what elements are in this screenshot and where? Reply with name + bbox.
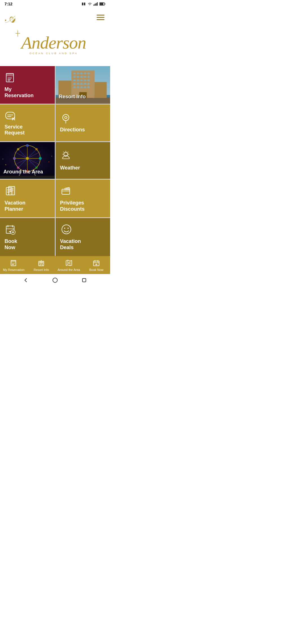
svg-point-114 bbox=[67, 228, 69, 229]
recents-button[interactable] bbox=[81, 277, 87, 283]
bottom-calendar-plus-icon bbox=[92, 259, 100, 267]
home-button[interactable] bbox=[52, 277, 58, 283]
signal-icon bbox=[93, 2, 98, 6]
svg-rect-116 bbox=[11, 260, 16, 262]
svg-text:Anderson: Anderson bbox=[20, 33, 86, 52]
tile-my-reservation[interactable]: MyReservation bbox=[0, 66, 55, 104]
svg-rect-122 bbox=[40, 262, 41, 263]
status-time: 7:12 bbox=[5, 2, 12, 6]
tile-book-now[interactable]: BookNow bbox=[0, 218, 55, 256]
svg-rect-15 bbox=[6, 73, 14, 76]
hamburger-line-3 bbox=[97, 19, 104, 20]
svg-point-127 bbox=[68, 262, 69, 264]
battery-icon bbox=[99, 2, 106, 6]
bottom-nav-resort-label: Resort Info bbox=[34, 268, 49, 272]
tile-vacation-deals[interactable]: VacationDeals bbox=[56, 218, 110, 256]
tile-book-now-label: BookNow bbox=[5, 238, 17, 251]
back-button[interactable] bbox=[23, 277, 29, 283]
svg-point-113 bbox=[64, 228, 65, 229]
bottom-reservation-icon bbox=[10, 259, 18, 267]
bottom-nav: My Reservation Resort Info Around the Ar… bbox=[0, 256, 110, 274]
weather-icon bbox=[60, 150, 73, 162]
svg-point-57 bbox=[63, 114, 69, 121]
vacation-planner-icon bbox=[5, 185, 17, 197]
svg-rect-121 bbox=[40, 264, 42, 266]
tile-grid: MyReservation bbox=[0, 66, 110, 256]
hamburger-line-2 bbox=[97, 17, 104, 18]
svg-rect-7 bbox=[100, 3, 103, 5]
bottom-map-icon bbox=[65, 259, 73, 267]
tile-service-request-label: ServiceRequest bbox=[5, 124, 25, 136]
tile-weather-label: Weather bbox=[60, 165, 80, 171]
tile-directions[interactable]: Directions bbox=[56, 105, 110, 141]
bottom-nav-area-label: Around the Area bbox=[58, 268, 80, 272]
book-now-icon bbox=[5, 223, 17, 236]
hamburger-line-1 bbox=[97, 15, 104, 16]
svg-rect-53 bbox=[6, 112, 15, 119]
tile-around-area[interactable]: Around the Area bbox=[0, 142, 55, 179]
bottom-nav-resort-info[interactable]: Resort Info bbox=[28, 256, 55, 274]
bottom-nav-book-label: Book Now bbox=[89, 268, 103, 272]
status-icons bbox=[82, 2, 106, 6]
svg-rect-5 bbox=[97, 2, 98, 6]
tile-resort-info[interactable]: Resort Info bbox=[56, 66, 110, 104]
svg-point-134 bbox=[53, 278, 57, 282]
anderson-logo-svg: Anderson OCEAN CLUB AND SPA bbox=[10, 28, 100, 59]
bottom-building-icon bbox=[37, 259, 45, 267]
svg-rect-4 bbox=[96, 3, 97, 6]
sim-icon bbox=[82, 2, 86, 6]
bottom-nav-book-now[interactable]: Book Now bbox=[83, 256, 110, 274]
svg-rect-1 bbox=[84, 3, 85, 5]
android-nav bbox=[0, 274, 110, 285]
svg-rect-119 bbox=[39, 261, 44, 266]
wifi-icon bbox=[88, 2, 92, 6]
brand-logo: Anderson OCEAN CLUB AND SPA bbox=[6, 28, 104, 60]
svg-text:𝒜: 𝒜 bbox=[5, 10, 15, 24]
svg-rect-2 bbox=[93, 5, 94, 6]
tile-vacation-deals-label: VacationDeals bbox=[60, 238, 81, 251]
bottom-nav-reservation-label: My Reservation bbox=[3, 268, 25, 272]
header: 𝒜 bbox=[0, 8, 110, 25]
privileges-icon bbox=[60, 185, 73, 197]
svg-rect-3 bbox=[95, 4, 95, 6]
reservation-icon bbox=[5, 71, 17, 84]
logo-small-icon: 𝒜 bbox=[5, 10, 15, 24]
hamburger-menu[interactable] bbox=[95, 14, 106, 21]
header-logo: 𝒜 bbox=[5, 10, 16, 24]
svg-point-112 bbox=[62, 225, 71, 234]
tile-vacation-planner-label: VacationPlanner bbox=[5, 200, 25, 212]
svg-line-92 bbox=[68, 152, 68, 152]
tile-service-request[interactable]: ServiceRequest bbox=[0, 105, 55, 141]
bottom-nav-around-area[interactable]: Around the Area bbox=[55, 256, 83, 274]
bottom-nav-my-reservation[interactable]: My Reservation bbox=[0, 256, 28, 274]
directions-icon bbox=[60, 113, 71, 124]
tile-around-area-label: Around the Area bbox=[3, 169, 43, 175]
vacation-deals-icon bbox=[60, 223, 73, 236]
svg-rect-0 bbox=[82, 3, 83, 5]
svg-rect-97 bbox=[8, 186, 15, 195]
svg-line-91 bbox=[63, 152, 64, 152]
status-bar: 7:12 bbox=[0, 0, 110, 8]
svg-rect-135 bbox=[82, 279, 86, 282]
tile-directions-label: Directions bbox=[60, 127, 85, 133]
svg-rect-8 bbox=[105, 3, 105, 5]
svg-text:OCEAN CLUB AND SPA: OCEAN CLUB AND SPA bbox=[29, 52, 78, 55]
tile-privileges-discounts[interactable]: PrivilegesDiscounts bbox=[56, 180, 110, 217]
tile-resort-info-label: Resort Info bbox=[59, 94, 86, 100]
svg-point-58 bbox=[65, 116, 67, 119]
logo-area: Anderson OCEAN CLUB AND SPA bbox=[0, 25, 110, 66]
tile-vacation-planner[interactable]: VacationPlanner bbox=[0, 180, 55, 217]
svg-rect-123 bbox=[42, 262, 43, 263]
tile-privileges-discounts-label: PrivilegesDiscounts bbox=[60, 200, 85, 212]
tile-my-reservation-label: MyReservation bbox=[5, 86, 34, 99]
tile-weather[interactable]: Weather bbox=[56, 142, 110, 179]
service-icon bbox=[5, 110, 16, 121]
